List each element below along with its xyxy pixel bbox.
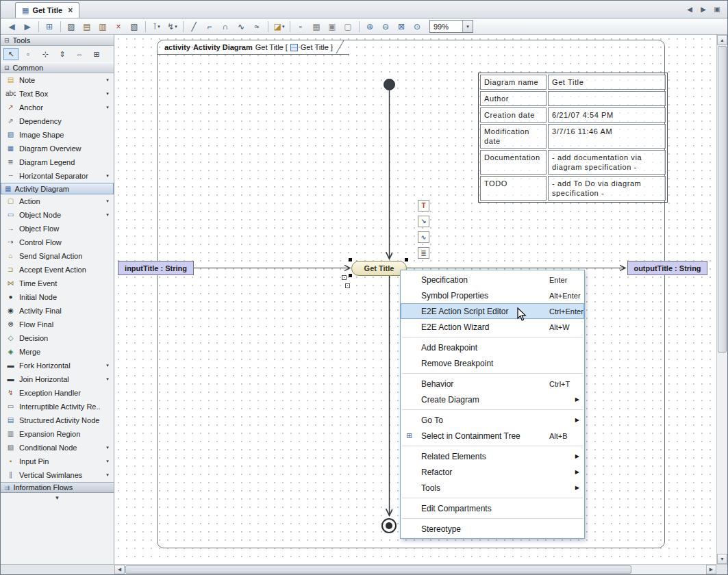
context-menu-item[interactable]: Edit Compartments <box>401 500 584 516</box>
palette-diagram-legend[interactable]: ≣ Diagram Legend <box>1 155 114 169</box>
palette-join-horizontal[interactable]: ▬ Join Horizontal ▾ <box>1 372 114 386</box>
text-tool-manipulator[interactable]: T <box>418 200 429 212</box>
context-menu-item[interactable]: Specification Enter <box>401 272 584 288</box>
tab-get-title[interactable]: ▦ Get Title × <box>15 2 79 18</box>
palette-horizontal-separator[interactable]: ╌ Horizontal Separator ▾ <box>1 169 114 183</box>
activity-parameter-output[interactable]: outputTitle : String <box>627 261 707 275</box>
vertical-scrollbar[interactable]: ▲ ▼ <box>716 35 727 564</box>
align-shapes-button[interactable]: ⊺ ▾ <box>149 20 164 34</box>
context-menu-item[interactable]: Symbol Properties Alt+Enter <box>401 288 584 303</box>
context-menu-item[interactable]: E2E Action Script Editor Ctrl+Enter <box>401 303 584 319</box>
palette-activity-final[interactable]: ◉ Activity Final <box>1 304 114 318</box>
context-menu-item[interactable]: Refactor ▶ <box>401 464 584 480</box>
action-get-title[interactable]: Get Title <box>351 261 407 276</box>
palette-decision[interactable]: ◇ Decision <box>1 331 114 345</box>
palette-section-information-flows[interactable]: ⇉ Information Flows <box>1 482 114 493</box>
horizontal-scroll-thumb[interactable] <box>125 565 631 574</box>
activity-final-node[interactable] <box>381 518 397 533</box>
palette-merge[interactable]: ◈ Merge <box>1 345 114 359</box>
selection-handle[interactable] <box>349 274 352 277</box>
diagram-canvas[interactable]: activity Activity Diagram Get Title [ Ge… <box>114 35 716 564</box>
palette-object-node[interactable]: ▭ Object Node ▾ <box>1 208 114 222</box>
palette-section-common[interactable]: ⊟ Common <box>1 62 114 73</box>
marquee-select-tool[interactable]: ▫ <box>21 48 36 60</box>
palette-text-box[interactable]: abc Text Box ▾ <box>1 87 114 101</box>
context-menu-item[interactable]: Related Elements ▶ <box>401 448 584 464</box>
delete-button[interactable]: × <box>112 20 126 34</box>
rectilinear-path-button[interactable]: ⌐ <box>203 20 217 34</box>
distribute-horizontal-tool[interactable]: ⇔ <box>72 48 87 60</box>
palette-control-flow[interactable]: ⇢ Control Flow <box>1 235 114 249</box>
selection-handle[interactable] <box>405 258 408 261</box>
image-export-button[interactable]: ▢ <box>341 20 355 34</box>
quick-link-button[interactable]: ↯ ▾ <box>165 20 179 34</box>
containment-tree-button[interactable]: ⊞ <box>42 20 57 34</box>
context-menu-item[interactable]: Remove Breakpoint <box>401 355 584 371</box>
zoom-in-button[interactable]: ⊕ <box>363 20 377 34</box>
context-menu-item[interactable]: Stereotype <box>401 521 584 537</box>
horizontal-scrollbar[interactable]: ◀ ▶ <box>114 564 716 574</box>
palette-dependency[interactable]: ⇗ Dependency <box>1 114 114 128</box>
palette-input-pin[interactable]: ▪ Input Pin ▾ <box>1 455 114 468</box>
scroll-left-icon[interactable]: ◀ <box>114 565 125 574</box>
palette-time-event[interactable]: ⋈ Time Event <box>1 277 114 290</box>
copy-button[interactable]: ▨ <box>64 20 79 34</box>
compartments-manipulator[interactable]: ≣ <box>418 247 429 259</box>
layout-tool[interactable]: ⊞ <box>89 48 104 60</box>
palette-note[interactable]: ▤ Note ▾ <box>1 73 114 87</box>
copy-format-button[interactable]: ▧ <box>127 20 142 34</box>
show-diagram-frame-button[interactable]: ▫ <box>294 20 308 34</box>
initial-node[interactable] <box>384 79 395 90</box>
draw-link-manipulator[interactable]: ↘ <box>418 216 429 227</box>
palette-accept-event-action[interactable]: ⊐ Accept Event Action <box>1 263 114 277</box>
select-tool[interactable]: ↖ <box>3 48 18 60</box>
palette-exception-handler[interactable]: ↯ Exception Handler <box>1 386 114 400</box>
palette-section-activity-diagram[interactable]: ▦ Activity Diagram <box>1 183 114 194</box>
distribute-vertical-tool[interactable]: ⇕ <box>55 48 70 60</box>
scroll-right-icon[interactable]: ▶ <box>706 565 716 574</box>
palette-scroll-down-button[interactable]: ▼ <box>1 493 114 502</box>
pin-handle[interactable] <box>345 283 350 288</box>
oblique-path-button[interactable]: ╱ <box>187 20 201 34</box>
forward-button[interactable]: ▶ <box>21 20 35 34</box>
palette-anchor[interactable]: ↗ Anchor ▾ <box>1 101 114 114</box>
palette-object-flow[interactable]: → Object Flow <box>1 222 114 235</box>
symbol-appearance-button[interactable]: ◪ ▾ <box>272 20 286 34</box>
palette-diagram-overview[interactable]: ▦ Diagram Overview <box>1 142 114 155</box>
palette-action[interactable]: ▢ Action ▾ <box>1 194 114 208</box>
context-menu-item[interactable]: Add Breakpoint <box>401 340 584 355</box>
scroll-down-icon[interactable]: ▼ <box>717 554 727 564</box>
zoom-region-button[interactable]: ⊙ <box>410 20 425 34</box>
curved-path-button[interactable]: ∩ <box>218 20 233 34</box>
palette-vertical-swimlanes[interactable]: ║ Vertical Swimlanes ▾ <box>1 468 114 482</box>
scroll-up-icon[interactable]: ▲ <box>717 35 727 45</box>
spline-path-button[interactable]: ∿ <box>234 20 249 34</box>
pin-handle[interactable] <box>342 275 347 280</box>
palette-send-signal-action[interactable]: ⌂ Send Signal Action <box>1 249 114 263</box>
context-menu-item[interactable]: Create Diagram ▶ <box>401 392 584 407</box>
zoom-out-button[interactable]: ⊖ <box>379 20 393 34</box>
previous-diagram-button[interactable]: ◀ <box>685 5 694 13</box>
zoom-fit-button[interactable]: ⊠ <box>394 20 409 34</box>
context-menu-item[interactable]: ⊞ Select in Containment Tree Alt+B <box>401 428 584 444</box>
snap-to-grid-button[interactable]: ▣ <box>325 20 340 34</box>
next-diagram-button[interactable]: ▶ <box>699 5 708 13</box>
palette-expansion-region[interactable]: ▥ Expansion Region <box>1 427 114 441</box>
palette-structured-activity-node[interactable]: ▤ Structured Activity Node <box>1 413 114 427</box>
palette-section-tools[interactable]: ⊟ Tools <box>1 35 114 46</box>
context-menu-item[interactable]: E2E Action Wizard Alt+W <box>401 319 584 335</box>
palette-initial-node[interactable]: ● Initial Node <box>1 290 114 304</box>
paste-button[interactable]: ▤ <box>80 20 95 34</box>
show-grid-button[interactable]: ▦ <box>310 20 324 34</box>
zigzag-path-button[interactable]: ≈ <box>250 20 264 34</box>
context-menu-item[interactable]: Tools ▶ <box>401 480 584 496</box>
back-button[interactable]: ◀ <box>5 20 19 34</box>
close-tab-icon[interactable]: × <box>68 5 73 15</box>
context-menu-item[interactable]: Behavior Ctrl+T <box>401 376 584 392</box>
vertical-scroll-thumb[interactable] <box>718 46 727 353</box>
palette-interruptible-activity-region[interactable]: ▭ Interruptible Activity Re... <box>1 400 114 413</box>
selection-handle[interactable] <box>349 258 352 261</box>
context-menu-item[interactable]: Go To ▶ <box>401 412 584 428</box>
zoom-level-select[interactable]: 99% ▾ <box>429 20 473 33</box>
palette-flow-final[interactable]: ⊗ Flow Final <box>1 318 114 331</box>
